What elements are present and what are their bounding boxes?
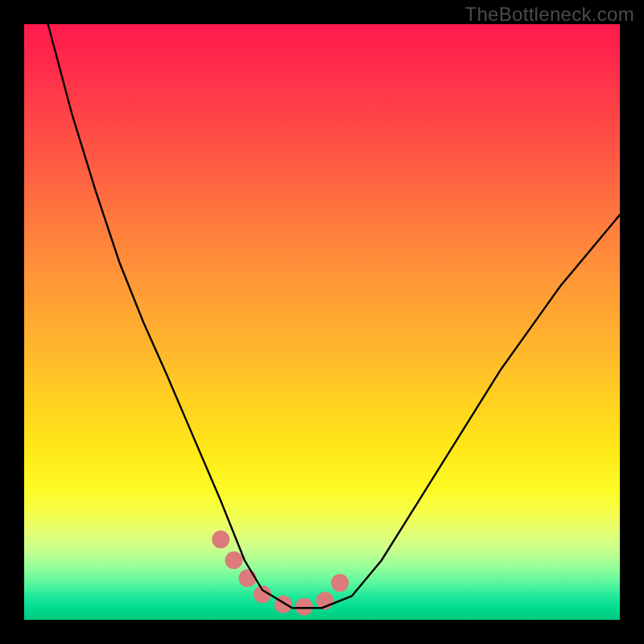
curve-line bbox=[48, 24, 620, 608]
highlight-dot bbox=[295, 598, 313, 616]
highlight-dot bbox=[212, 530, 229, 548]
chart-frame: TheBottleneck.com bbox=[0, 0, 644, 644]
highlight-dot bbox=[239, 569, 257, 587]
plot-area bbox=[24, 24, 620, 620]
watermark-text: TheBottleneck.com bbox=[464, 3, 634, 26]
marker-group bbox=[212, 530, 349, 616]
chart-svg bbox=[24, 24, 620, 620]
highlight-dot bbox=[225, 551, 243, 569]
highlight-dot bbox=[331, 574, 349, 592]
